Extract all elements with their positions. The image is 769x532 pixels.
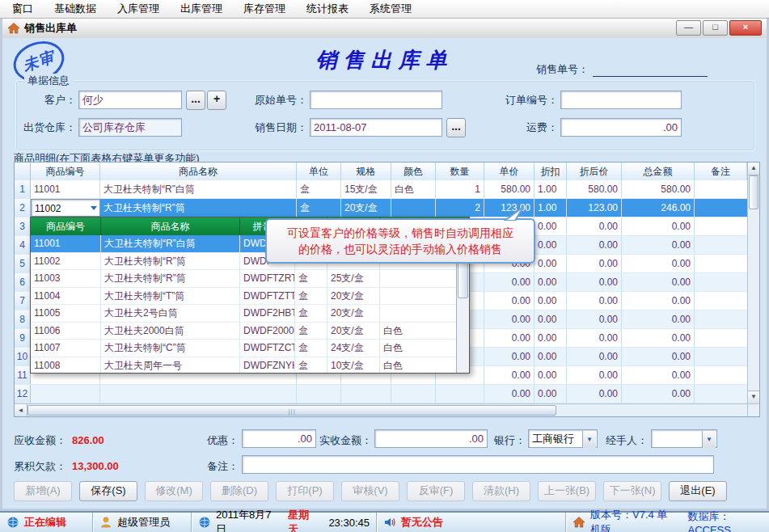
- cell-note: [695, 180, 747, 198]
- discount-amt-input[interactable]: [242, 429, 316, 448]
- bank-select[interactable]: 工商银行 ▼: [528, 429, 598, 448]
- grid-header-code: 商品编号: [31, 163, 100, 180]
- customer-add-button[interactable]: +: [207, 91, 226, 110]
- action-button[interactable]: 下一张(N): [603, 481, 661, 501]
- horizontal-scroll-thumb[interactable]: |||: [27, 405, 556, 416]
- dropdown-row[interactable]: 11006 大卫杜夫2000白筒 DWDF2000B 盒 20支/盒 白色: [31, 323, 456, 340]
- row-number: 3: [15, 217, 31, 235]
- row-number: 5: [15, 255, 31, 272]
- dropdown-row[interactable]: 11003 大卫杜夫特制“R”筒 DWDFTZRT 盒 25支/盒: [31, 270, 456, 288]
- tooltip-tail: [500, 206, 526, 221]
- cell-discount: 1.00: [534, 180, 567, 198]
- action-button[interactable]: 保存(S): [79, 481, 137, 501]
- cell-discprice: 0.00: [567, 385, 622, 403]
- table-row[interactable]: 2 11002 大卫杜夫特制“R”筒 盒 20支/盒 2 123.00 1.00…: [15, 199, 747, 217]
- row-number: 11: [15, 366, 31, 384]
- menu-item[interactable]: 出库管理: [170, 0, 233, 18]
- vertical-scrollbar[interactable]: ▲ ▼: [747, 163, 759, 403]
- sale-no-label: 销售单号：: [536, 62, 589, 77]
- grid-header-total: 总金额: [622, 163, 695, 180]
- cell-qty: 2: [436, 199, 484, 217]
- close-button[interactable]: ×: [729, 20, 762, 36]
- warehouse-input[interactable]: [78, 118, 182, 137]
- horizontal-scrollbar[interactable]: ◄ |||: [15, 403, 747, 416]
- cell-note: [695, 348, 747, 365]
- order-no-input[interactable]: [560, 91, 682, 109]
- cell-discount: 0.00: [534, 255, 567, 272]
- cell-discount: 0.00: [534, 310, 567, 328]
- dropdown-cell-pinyin: DWDFTZTT: [240, 288, 295, 305]
- maximize-button[interactable]: □: [703, 20, 728, 36]
- action-button[interactable]: 审核(V): [341, 481, 399, 501]
- cell-discprice: 0.00: [567, 236, 622, 254]
- vertical-scroll-thumb[interactable]: [749, 175, 758, 209]
- dropdown-cell-unit: 盒: [295, 288, 327, 305]
- cell-spec: 15支/盒: [341, 180, 391, 198]
- action-button[interactable]: 退出(E): [669, 481, 727, 501]
- cell-total: 0.00: [622, 348, 695, 365]
- globe-icon: [6, 516, 19, 529]
- freight-input[interactable]: [560, 118, 682, 137]
- minimize-button[interactable]: —: [676, 20, 701, 36]
- dropdown-row[interactable]: 11008 大卫杜夫周年一号 DWDFZNYH 盒 10支/盒 白色: [31, 357, 456, 374]
- scroll-left-icon[interactable]: ◄: [15, 404, 27, 416]
- customer-input[interactable]: [78, 91, 182, 109]
- row-number: 10: [15, 348, 31, 365]
- sale-date-input[interactable]: [310, 118, 442, 137]
- note-input[interactable]: [242, 455, 714, 474]
- grid-header-unit: 单位: [297, 163, 341, 180]
- date-browse-button[interactable]: ...: [446, 118, 466, 137]
- dropdown-cell-name: 大卫杜夫2000白筒: [101, 323, 240, 340]
- action-button[interactable]: 反审(F): [407, 481, 465, 501]
- cell-code: 11001: [31, 180, 100, 198]
- original-no-input[interactable]: [310, 91, 442, 109]
- menu-item[interactable]: 统计报表: [296, 0, 359, 18]
- cell-discprice: 123.00: [567, 199, 622, 217]
- cell-spec: 20支/盒: [341, 199, 391, 217]
- dropdown-cell-name: 大卫杜夫周年一号: [101, 357, 240, 374]
- menu-item[interactable]: 系统管理: [359, 0, 422, 18]
- status-user-text: 超级管理员: [117, 515, 170, 530]
- tooltip-line1: 可设置客户的价格等级，销售时自动调用相应: [287, 225, 513, 241]
- cell-price: 0.00: [484, 273, 534, 291]
- cell-code: [31, 385, 100, 403]
- menu-item[interactable]: 入库管理: [107, 0, 170, 18]
- action-button[interactable]: 上一张(B): [538, 481, 596, 501]
- chevron-down-icon[interactable]: ▼: [702, 431, 716, 448]
- user-icon: [99, 516, 112, 529]
- receivable-value: 826.00: [72, 431, 104, 450]
- cell-note: [695, 273, 747, 291]
- dropdown-row[interactable]: 11005 大卫杜夫2号白筒 DWDF2HBT 盒 20支/盒: [31, 305, 456, 323]
- dropdown-cell-spec: 20支/盒: [327, 305, 380, 322]
- handler-select[interactable]: ▼: [651, 429, 717, 448]
- action-button[interactable]: 清款(H): [472, 481, 530, 501]
- scrollbar-corner: [747, 403, 759, 416]
- dropdown-cell-code: 11007: [31, 340, 101, 357]
- sale-no-field: 销售单号：: [536, 62, 708, 77]
- warehouse-label: 出货仓库：: [21, 118, 76, 137]
- action-button[interactable]: 删除(D): [210, 481, 268, 501]
- action-button[interactable]: 新增(A): [14, 481, 72, 501]
- received-input[interactable]: [374, 429, 488, 448]
- cell-discount: 0.00: [534, 217, 567, 235]
- cell-name: 大卫杜夫特制“R”白筒: [100, 180, 297, 198]
- action-button[interactable]: 修改(M): [145, 481, 203, 501]
- chevron-down-icon[interactable]: ▼: [582, 431, 596, 448]
- table-row[interactable]: 12 0.00 0.00 0.00 0.00: [15, 385, 747, 403]
- menu-item[interactable]: 基础数据: [44, 0, 107, 18]
- menu-item[interactable]: 窗口: [2, 0, 44, 18]
- table-row[interactable]: 1 11001 大卫杜夫特制“R”白筒 盒 15支/盒 白色 1 580.00 …: [15, 180, 747, 199]
- cell-total: 0.00: [622, 366, 695, 384]
- dropdown-row[interactable]: 11004 大卫杜夫特制“T”筒 DWDFTZTT 盒 20支/盒: [31, 288, 456, 306]
- dropdown-cell-name: 大卫杜夫特制“R”筒: [101, 253, 240, 270]
- menu-item[interactable]: 库存管理: [233, 0, 296, 18]
- scroll-down-icon[interactable]: ▼: [748, 391, 759, 403]
- dropdown-row[interactable]: 11007 大卫杜夫特制“C”筒 DWDFTZCT 盒 24支/盒 白色: [31, 340, 456, 357]
- cell-note: [695, 385, 747, 403]
- scroll-up-icon[interactable]: ▲: [748, 163, 759, 175]
- action-button[interactable]: 打印(P): [276, 481, 334, 501]
- status-datetime: 2011年8月7日 星期天 23:30:45: [192, 513, 377, 532]
- customer-browse-button[interactable]: ...: [186, 91, 205, 110]
- dropdown-cell-code: 11005: [31, 305, 101, 322]
- price-hint-tooltip: 可设置客户的价格等级，销售时自动调用相应 的价格，也可以灵活的手动输入价格销售: [265, 218, 535, 264]
